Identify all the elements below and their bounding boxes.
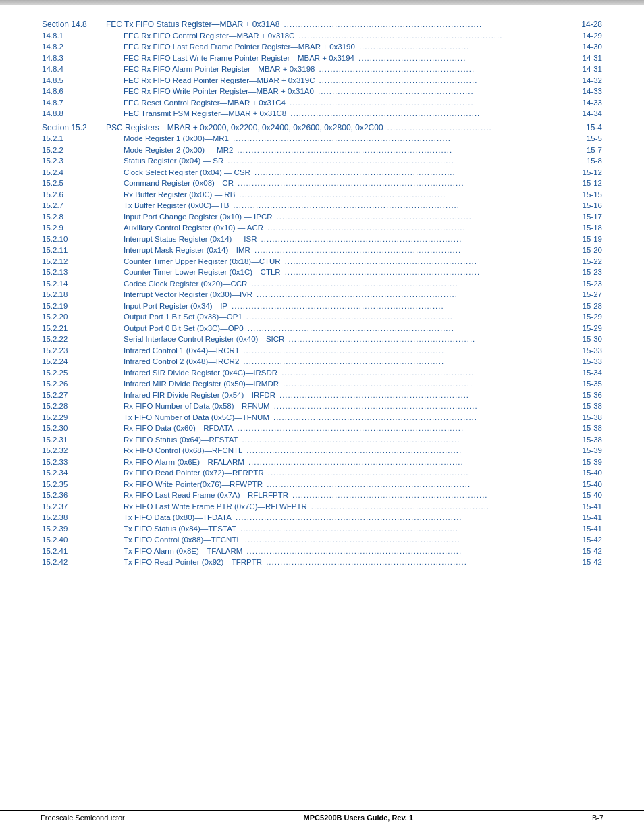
section-label-link[interactable]: Infrared Control 1 (0x44)—IRCR1: [124, 346, 243, 355]
section-num-link[interactable]: 15.2.37: [42, 502, 68, 511]
section-label-link[interactable]: Rx FIFO Write Pointer(0x76)—RFWPTR: [124, 480, 267, 488]
toc-row[interactable]: 15.2.34Rx FIFO Read Pointer (0x72)—RFRPT…: [41, 467, 603, 479]
section-label-link[interactable]: Mode Register 2 (0x00) — MR2: [124, 146, 237, 154]
page-num-link[interactable]: 15-27: [583, 290, 602, 298]
page-num-link[interactable]: 15-5: [587, 134, 602, 142]
toc-row[interactable]: 15.2.18Interrupt Vector Register (0x30)—…: [41, 289, 603, 301]
toc-row[interactable]: 15.2.4Clock Select Register (0x04) — CSR…: [41, 167, 603, 178]
page-num-link[interactable]: 15-22: [583, 257, 602, 265]
toc-row[interactable]: 15.2.3Status Register (0x04) — SR.......…: [41, 155, 603, 167]
page-num-link[interactable]: 15-41: [583, 513, 602, 521]
section-number[interactable]: 15.2.28: [41, 400, 105, 412]
toc-row[interactable]: 14.8.6FEC Rx FIFO Write Pointer Register…: [41, 86, 603, 97]
toc-row[interactable]: 15.2.8Input Port Change Register (0x10) …: [41, 211, 603, 223]
page-num-link[interactable]: 15-4: [586, 123, 602, 132]
toc-row[interactable]: 15.2.36Rx FIFO Last Read Frame (0x7A)—RF…: [41, 490, 603, 501]
section-label-link[interactable]: Infrared MIR Divide Register (0x50)—IRMD…: [124, 380, 283, 388]
section-label-link[interactable]: Tx FIFO Read Pointer (0x92)—TFRPTR: [124, 558, 266, 566]
section-number[interactable]: Section 14.8: [41, 19, 105, 30]
page-num-link[interactable]: 15-35: [583, 380, 602, 388]
page-num-link[interactable]: 15-23: [583, 268, 602, 276]
toc-row[interactable]: 15.2.35Rx FIFO Write Pointer(0x76)—RFWPT…: [41, 479, 603, 490]
section-num-link[interactable]: 14.8.5: [42, 76, 63, 84]
page-num-link[interactable]: 15-20: [583, 246, 602, 254]
page-num-link[interactable]: 15-40: [583, 491, 602, 499]
page-num-link[interactable]: 15-38: [583, 402, 602, 410]
section-num-link[interactable]: 15.2.33: [42, 458, 68, 466]
page-num-link[interactable]: 15-42: [583, 558, 602, 566]
section-label-link[interactable]: Tx FIFO Alarm (0x8E)—TFALARM: [124, 547, 246, 555]
toc-row[interactable]: 15.2.33Rx FIFO Alarm (0x6E)—RFALARM.....…: [41, 457, 603, 468]
section-label-link[interactable]: Status Register (0x04) — SR: [124, 157, 227, 165]
section-number[interactable]: 15.2.35: [41, 479, 105, 490]
section-num-link[interactable]: 15.2.8: [42, 213, 63, 221]
section-number[interactable]: 15.2.7: [41, 200, 105, 211]
section-num-link[interactable]: 14.8.3: [42, 54, 63, 62]
section-number[interactable]: 15.2.37: [41, 501, 105, 513]
toc-row[interactable]: 14.8.7FEC Reset Control Register—MBAR + …: [41, 97, 603, 109]
section-num-link[interactable]: 14.8.6: [42, 87, 63, 95]
section-number[interactable]: 15.2.11: [41, 244, 105, 256]
section-label-link[interactable]: Rx FIFO Data (0x60)—RFDATA: [124, 424, 238, 432]
section-number[interactable]: 15.2.9: [41, 222, 105, 234]
section-label-link[interactable]: Mode Register 1 (0x00)—MR1: [124, 134, 233, 142]
section-label-link[interactable]: Rx FIFO Alarm (0x6E)—RFALARM: [124, 458, 248, 466]
section-number[interactable]: 15.2.24: [41, 356, 105, 367]
page-num-link[interactable]: 15-16: [583, 201, 602, 209]
section-number[interactable]: 15.2.14: [41, 278, 105, 290]
toc-row[interactable]: 15.2.14Codec Clock Register (0x20)—CCR..…: [41, 278, 603, 290]
section-number[interactable]: 14.8.7: [41, 97, 105, 109]
page-num-link[interactable]: 15-8: [587, 157, 602, 165]
section-num-link[interactable]: 15.2.2: [42, 146, 63, 154]
section-number[interactable]: 15.2.38: [41, 512, 105, 523]
section-num-link[interactable]: 15.2.20: [42, 313, 68, 321]
page-num-link[interactable]: 15-19: [583, 235, 602, 243]
toc-row[interactable]: Section 15.2PSC Registers—MBAR + 0x2000,…: [41, 122, 603, 134]
section-num-link[interactable]: 15.2.1: [42, 134, 63, 142]
section-label-link[interactable]: FEC Rx FIFO Write Pointer Register—MBAR …: [124, 87, 318, 95]
section-num-link[interactable]: 15.2.34: [42, 469, 68, 477]
section-number[interactable]: 15.2.41: [41, 546, 105, 557]
toc-row[interactable]: 15.2.10Interrupt Status Register (0x14) …: [41, 234, 603, 245]
section-label-link[interactable]: Codec Clock Register (0x20)—CCR: [124, 280, 251, 288]
page-num-link[interactable]: 15-33: [583, 346, 602, 355]
toc-row[interactable]: 15.2.30Rx FIFO Data (0x60)—RFDATA.......…: [41, 423, 603, 434]
section-number[interactable]: 15.2.36: [41, 490, 105, 501]
section-number[interactable]: 15.2.33: [41, 457, 105, 468]
section-num-link[interactable]: 15.2.23: [42, 346, 68, 355]
page-num-link[interactable]: 14-30: [583, 43, 602, 51]
section-num-link[interactable]: 15.2.38: [42, 513, 68, 521]
section-number[interactable]: 15.2.4: [41, 167, 105, 178]
section-number[interactable]: 14.8.6: [41, 86, 105, 97]
section-label-link[interactable]: Rx FIFO Last Write Frame PTR (0x7C)—RFLW…: [124, 502, 311, 511]
toc-row[interactable]: 15.2.7Tx Buffer Register (0x0C)—TB......…: [41, 200, 603, 211]
section-number[interactable]: 15.2.32: [41, 445, 105, 457]
toc-row[interactable]: 15.2.31Rx FIFO Status (0x64)—RFSTAT.....…: [41, 434, 603, 446]
toc-row[interactable]: 15.2.9Auxiliary Control Register (0x10) …: [41, 222, 603, 234]
toc-row[interactable]: 15.2.20Output Port 1 Bit Set (0x38)—OP1.…: [41, 311, 603, 323]
toc-row[interactable]: 15.2.26Infrared MIR Divide Register (0x5…: [41, 378, 603, 390]
section-label-link[interactable]: Tx FIFO Status (0x84)—TFSTAT: [124, 525, 240, 533]
toc-row[interactable]: 15.2.32Rx FIFO Control (0x68)—RFCNTL....…: [41, 445, 603, 457]
section-num-link[interactable]: 15.2.21: [42, 324, 68, 332]
toc-row[interactable]: 15.2.24Infrared Control 2 (0x48)—IRCR2..…: [41, 356, 603, 367]
section-number[interactable]: 15.2.26: [41, 378, 105, 390]
section-num-link[interactable]: 15.2.7: [42, 201, 63, 209]
section-number[interactable]: 15.2.12: [41, 256, 105, 267]
section-number[interactable]: 15.2.6: [41, 189, 105, 201]
section-label-link[interactable]: FEC Rx FIFO Last Write Frame Pointer Reg…: [124, 54, 358, 62]
page-num-link[interactable]: 15-38: [583, 424, 602, 432]
section-label-link[interactable]: Output Port 0 Bit Set (0x3C)—OP0: [124, 324, 248, 332]
section-num-link[interactable]: 14.8.8: [42, 109, 63, 118]
section-number[interactable]: 15.2.42: [41, 556, 105, 568]
page-num-link[interactable]: 15-33: [583, 357, 602, 365]
section-num-link[interactable]: 15.2.27: [42, 391, 68, 399]
page-num-link[interactable]: 14-33: [583, 87, 602, 95]
section-label-link[interactable]: PSC Registers—MBAR + 0x2000, 0x2200, 0x2…: [106, 123, 387, 132]
toc-row[interactable]: 14.8.2FEC Rx FIFO Last Read Frame Pointe…: [41, 41, 603, 53]
toc-row[interactable]: 14.8.3FEC Rx FIFO Last Write Frame Point…: [41, 53, 603, 64]
page-num-link[interactable]: 14-32: [583, 76, 602, 84]
toc-row[interactable]: 15.2.42Tx FIFO Read Pointer (0x92)—TFRPT…: [41, 556, 603, 568]
section-num-link[interactable]: 14.8.4: [42, 65, 63, 73]
section-number[interactable]: 15.2.21: [41, 323, 105, 334]
